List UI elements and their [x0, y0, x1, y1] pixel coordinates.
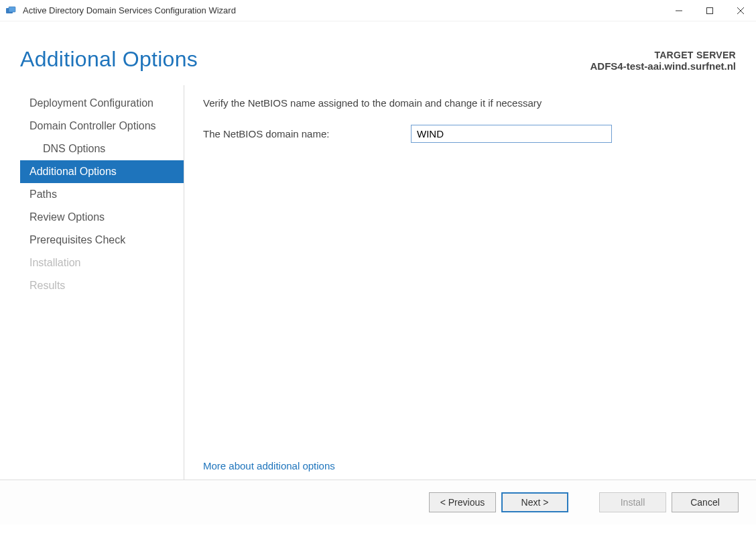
minimize-button[interactable] [664, 0, 694, 21]
sidebar-item-installation: Installation [20, 252, 184, 274]
sidebar-item-dns-options[interactable]: DNS Options [20, 137, 184, 160]
maximize-button[interactable] [694, 0, 725, 21]
install-button: Install [599, 492, 666, 512]
window-title: Active Directory Domain Services Configu… [23, 5, 664, 15]
page-title: Additional Options [20, 47, 198, 72]
instruction-text: Verify the NetBIOS name assigned to the … [203, 97, 736, 109]
sidebar-item-deployment-configuration[interactable]: Deployment Configuration [20, 92, 184, 115]
target-server-value: ADFS4-test-aai.wind.surfnet.nl [590, 60, 736, 72]
sidebar-item-domain-controller-options[interactable]: Domain Controller Options [20, 115, 184, 137]
svg-rect-3 [707, 8, 713, 14]
sidebar: Deployment ConfigurationDomain Controlle… [20, 85, 184, 480]
netbios-input[interactable] [411, 125, 612, 143]
footer: < Previous Next > Install Cancel [0, 480, 756, 524]
cancel-button[interactable]: Cancel [672, 492, 739, 512]
next-button[interactable]: Next > [501, 492, 568, 512]
target-server-block: TARGET SERVER ADFS4-test-aai.wind.surfne… [590, 50, 736, 72]
app-icon [5, 5, 17, 17]
sidebar-item-paths[interactable]: Paths [20, 183, 184, 206]
target-server-label: TARGET SERVER [590, 50, 736, 60]
close-button[interactable] [725, 0, 756, 21]
body: Deployment ConfigurationDomain Controlle… [0, 85, 756, 480]
more-link[interactable]: More about additional options [203, 460, 736, 471]
sidebar-item-additional-options[interactable]: Additional Options [20, 160, 184, 183]
titlebar: Active Directory Domain Services Configu… [0, 0, 756, 21]
previous-button[interactable]: < Previous [429, 492, 496, 512]
netbios-label: The NetBIOS domain name: [203, 128, 411, 140]
main-panel: Verify the NetBIOS name assigned to the … [184, 85, 736, 480]
svg-rect-1 [9, 7, 15, 12]
netbios-row: The NetBIOS domain name: [203, 125, 736, 143]
sidebar-item-review-options[interactable]: Review Options [20, 206, 184, 229]
sidebar-item-prerequisites-check[interactable]: Prerequisites Check [20, 229, 184, 252]
window-controls [664, 0, 756, 21]
button-spacer [574, 492, 594, 512]
header: Additional Options TARGET SERVER ADFS4-t… [0, 21, 756, 85]
sidebar-item-results: Results [20, 274, 184, 297]
